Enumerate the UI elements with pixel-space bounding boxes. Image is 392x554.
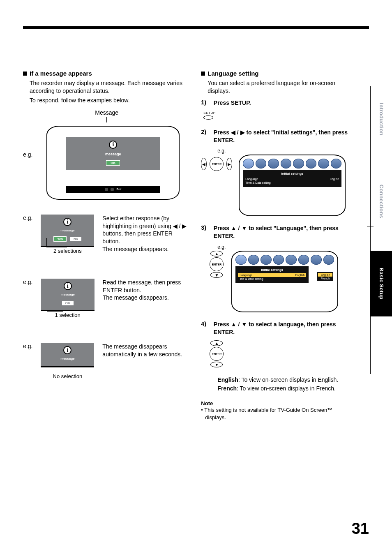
osd-tab-icon [243, 159, 254, 169]
enter-button-icon[interactable]: ENTER [210, 257, 224, 271]
note-heading: Note [201, 400, 353, 406]
tab-label: Introduction [378, 103, 385, 135]
enter-button-icon[interactable]: ENTER [210, 157, 224, 171]
eg-label: e.g. [23, 215, 32, 221]
message-label: Message [23, 109, 190, 116]
remote-lr-icon[interactable]: ◀ ENTER ▶ [201, 155, 232, 173]
up-arrow-icon[interactable]: ▲ [210, 340, 223, 346]
note-body: • This setting is not available for TV-G… [201, 406, 353, 421]
bullet-square-icon [201, 72, 205, 76]
desc-2sel-a: Select either response (by highlighting … [102, 215, 171, 229]
osd-tab-icon [235, 255, 247, 265]
lang-en-label: English [217, 376, 238, 383]
side-divider [370, 86, 371, 374]
osd-row-language-hi: Language English [238, 273, 306, 277]
info-icon: i [63, 218, 71, 226]
osd-icon-row [243, 159, 341, 169]
osd-screen-step2: Initial settings Language English Time &… [239, 155, 346, 216]
osd-option-french: French [318, 277, 332, 280]
message-text: message [66, 152, 160, 156]
arrow-ud-icon: ▲ / ▼ [231, 321, 247, 328]
eg-label: e.g. [23, 343, 32, 349]
footer-icon [105, 188, 108, 191]
message-text: message [43, 229, 92, 232]
osd-tab-icon [256, 159, 267, 169]
panel-stack: i message OK 1 selection [41, 279, 95, 318]
osd-title: Initial settings [238, 268, 306, 272]
step-num: 3) [201, 224, 206, 240]
eg-label: e.g. [23, 151, 32, 158]
up-arrow-icon[interactable]: ▲ [210, 251, 223, 256]
eg-label: e.g. [217, 148, 353, 154]
message-text: message [44, 293, 92, 296]
note-bullet: • This setting is not available for TV-G… [201, 407, 332, 413]
osd-row-value: English [330, 178, 339, 180]
ok-button-small[interactable]: OK [62, 300, 74, 306]
osd-tab-icon [286, 255, 297, 265]
page-number: 31 [352, 520, 369, 538]
ok-button[interactable]: OK [106, 160, 120, 166]
eg-label: e.g. [23, 279, 33, 285]
caption-2sel: 2 selections [53, 248, 82, 254]
tab-introduction: Introduction [371, 86, 392, 152]
step-1: 1) Press SETUP. [201, 99, 353, 107]
setup-label: SETUP [203, 111, 353, 115]
caption-1sel: 1 selection [55, 312, 81, 318]
desc-1sel: Read the message, then press ENTER butto… [103, 279, 191, 302]
osd-row-label: Language [245, 178, 258, 180]
osd-row-label: Time & Date setting [245, 181, 270, 184]
step-num: 2) [201, 129, 206, 144]
right-intro: You can select a preferred language for … [208, 79, 353, 95]
tab-label: Basic Setup [378, 268, 385, 300]
no-button[interactable]: No [70, 236, 82, 242]
setup-button-icon[interactable] [203, 115, 213, 120]
step-num: 1) [201, 99, 206, 107]
arrow-lr-icon: ◀ / ▶ [231, 129, 245, 136]
yes-button[interactable]: Yes [53, 236, 67, 242]
lang-fr-label: French [217, 385, 237, 392]
bullet-square-icon [23, 72, 27, 76]
osd-tab-icon [311, 255, 322, 265]
example-no-selection: e.g. i message No selection The message … [23, 343, 190, 379]
remote-row-4: ▲ ENTER ▼ [201, 340, 353, 367]
osd-icon-row [235, 255, 334, 265]
footer-set-label: Set [116, 187, 121, 191]
right-arrow-icon[interactable]: ▶ [226, 158, 232, 170]
desc-1sel-a: Read the message, then press ENTER butto… [103, 279, 181, 293]
step-text: Press SETUP. [214, 99, 353, 107]
content: If a message appears The recorder may di… [23, 70, 369, 529]
down-arrow-icon[interactable]: ▼ [210, 272, 223, 278]
remote-row-2: ◀ ENTER ▶ [201, 155, 353, 216]
remote-ud-icon[interactable]: ▲ ENTER ▼ [208, 340, 225, 367]
osd-options: English French [317, 272, 333, 281]
under-bar [41, 366, 94, 367]
osd-row-value: English [295, 274, 304, 277]
osd-screen-step3: Initial settings Language English Time &… [231, 251, 338, 312]
enter-button-icon[interactable]: ENTER [210, 347, 224, 361]
button-row: OK [44, 300, 92, 306]
example-2-selections: e.g. i message Yes No [23, 215, 190, 254]
desc-2sel-c: The message disappears. [102, 246, 168, 252]
osd-tab-icon [293, 159, 304, 169]
osd-footer-bar: Set [66, 186, 160, 193]
osd-row-label: Language [240, 274, 252, 277]
tv-frame-large: i message OK Set [43, 122, 183, 203]
remote-ud-icon[interactable]: ▲ ENTER ▼ [208, 251, 225, 278]
osd-tab-icon [261, 255, 272, 265]
step2-pre: Press [214, 129, 231, 136]
osd-row-language: Language English [245, 177, 339, 181]
osd-row-timedate: Time & Date setting [238, 277, 306, 281]
note-cont: displays. [205, 414, 353, 421]
side-tabs: Introduction Connections Basic Setup [371, 86, 392, 316]
left-arrow-icon[interactable]: ◀ [201, 158, 207, 170]
osd-row-timedate: Time & Date setting [245, 181, 339, 185]
caption-0sel: No selection [53, 373, 83, 379]
setup-button-graphic: SETUP [203, 111, 353, 120]
osd-message-box: i message OK [66, 137, 160, 170]
step-4: 4) Press ▲ / ▼ to select a language, the… [201, 321, 353, 336]
step-num: 4) [201, 321, 206, 336]
down-arrow-icon[interactable]: ▼ [210, 362, 223, 367]
remote-row-3: ▲ ENTER ▼ [201, 251, 353, 312]
osd-title: Initial settings [245, 172, 339, 175]
osd-tab-icon [306, 159, 317, 169]
